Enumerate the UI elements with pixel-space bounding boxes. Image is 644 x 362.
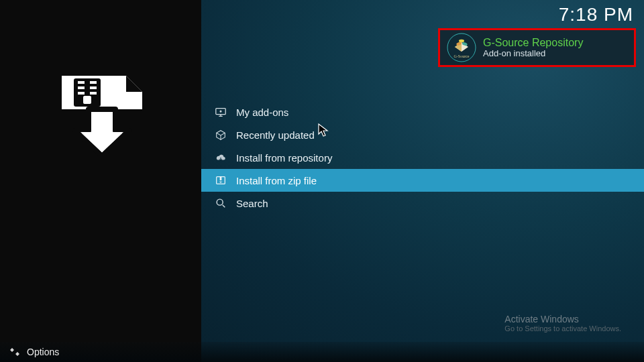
- box-icon: [215, 129, 227, 141]
- toast-title: G-Source Repository: [483, 37, 583, 49]
- svg-rect-7: [83, 96, 91, 104]
- footer-bar: Options: [0, 342, 644, 362]
- svg-rect-2: [90, 81, 97, 84]
- svg-point-12: [217, 199, 223, 205]
- options-icon[interactable]: [9, 347, 20, 357]
- left-sidebar: [0, 0, 201, 362]
- toast-addon-icon: G-Source: [447, 33, 476, 62]
- toast-subtitle: Add-on installed: [483, 48, 583, 58]
- menu-item-label: Recently updated: [236, 129, 315, 141]
- svg-rect-11: [220, 177, 222, 180]
- svg-point-16: [459, 40, 464, 42]
- menu-install-zip[interactable]: Install from zip file: [201, 169, 644, 192]
- svg-rect-4: [90, 86, 97, 89]
- menu-item-label: My add-ons: [236, 107, 288, 118]
- svg-rect-5: [78, 92, 85, 95]
- svg-rect-6: [90, 92, 97, 95]
- svg-rect-3: [78, 86, 85, 89]
- install-toast: G-Source G-Source Repository Add-on inst…: [438, 28, 636, 67]
- svg-rect-1: [78, 81, 85, 84]
- toast-text: G-Source Repository Add-on installed: [483, 37, 583, 59]
- windows-activation-watermark: Activate Windows Go to Settings to activ…: [504, 314, 621, 333]
- zip-icon: [215, 174, 227, 186]
- menu-my-addons[interactable]: My add-ons: [201, 101, 644, 123]
- svg-point-9: [220, 111, 221, 112]
- menu-recently-updated[interactable]: Recently updated: [201, 123, 644, 146]
- addon-menu-list: My add-ons Recently updated Install from…: [201, 101, 644, 215]
- cloud-download-icon: [215, 152, 227, 164]
- menu-install-repository[interactable]: Install from repository: [201, 146, 644, 169]
- zip-download-graphic: [54, 70, 148, 158]
- mouse-cursor-icon: [318, 123, 330, 141]
- menu-item-label: Install from zip file: [236, 175, 317, 186]
- watermark-title: Activate Windows: [504, 314, 621, 324]
- watermark-subtitle: Go to Settings to activate Windows.: [504, 324, 621, 333]
- menu-search[interactable]: Search: [201, 192, 644, 215]
- clock: 7:18 PM: [559, 4, 633, 25]
- search-icon: [215, 197, 227, 209]
- options-button[interactable]: Options: [27, 347, 59, 357]
- menu-item-label: Install from repository: [236, 152, 332, 164]
- menu-item-label: Search: [236, 198, 268, 209]
- monitor-icon: [215, 106, 227, 118]
- svg-text:G-Source: G-Source: [454, 54, 470, 58]
